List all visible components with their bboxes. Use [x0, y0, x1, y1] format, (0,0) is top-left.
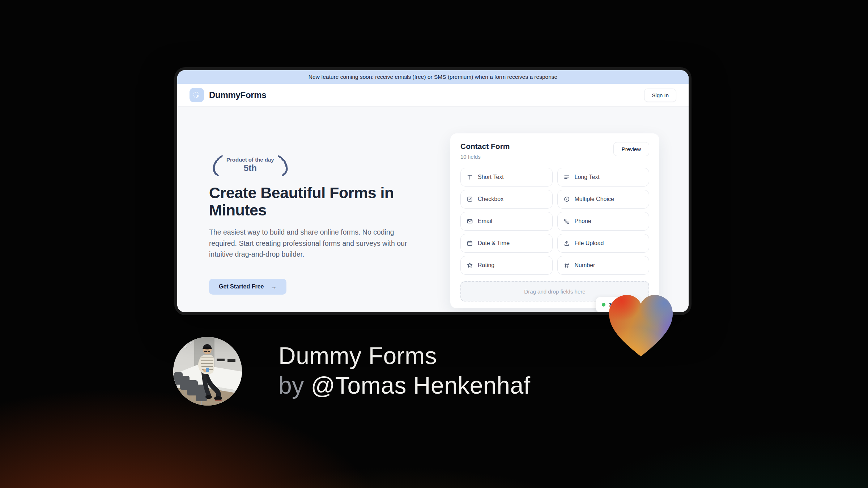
long-text-icon	[563, 174, 570, 181]
product-of-the-day-badge: Product of the day 5th	[209, 154, 292, 176]
field-button[interactable]: Long Text	[557, 168, 650, 187]
arrow-right-icon: →	[270, 283, 277, 290]
field-button[interactable]: Multiple Choice	[557, 190, 650, 209]
brand-logo[interactable]	[190, 88, 204, 102]
avatar-photo-illustration	[173, 337, 242, 406]
checkbox-icon	[466, 196, 473, 203]
attribution-caption: Dummy Forms by @Tomas Henkenhaf	[278, 341, 531, 401]
date-time-icon	[466, 240, 473, 247]
get-started-label: Get Started Free	[219, 283, 264, 290]
file-upload-icon	[563, 240, 570, 247]
field-button[interactable]: Rating	[460, 256, 553, 275]
attribution-byline-prefix: by	[278, 372, 304, 399]
laurel-right-icon	[277, 154, 292, 176]
badge-title: Product of the day	[226, 157, 274, 163]
hero-heading: Create Beautiful Forms in Minutes	[209, 184, 418, 219]
drag-drop-text: Drag and drop fields here	[524, 288, 585, 295]
phone-icon	[563, 218, 570, 225]
field-button[interactable]: Short Text	[460, 168, 553, 187]
site-header: DummyForms Sign In	[177, 84, 689, 107]
hero-left-column: Product of the day 5th Create Beautif	[209, 154, 418, 295]
form-cursor-icon	[193, 91, 201, 99]
hero-section: Product of the day 5th Create Beautif	[177, 107, 689, 312]
green-dot-icon	[602, 303, 605, 307]
brand-name[interactable]: DummyForms	[209, 90, 266, 100]
form-title: Contact Form	[460, 142, 510, 151]
browser-mockup: New feature coming soon: receive emails …	[174, 67, 692, 315]
number-icon	[563, 262, 570, 269]
form-builder-card: Contact Form 10 fields Preview Short Tex…	[450, 133, 659, 308]
field-button[interactable]: Number	[557, 256, 650, 275]
sign-in-button[interactable]: Sign In	[644, 89, 676, 102]
short-text-icon	[466, 174, 473, 181]
form-field-count: 10 fields	[460, 154, 510, 160]
announcement-text: New feature coming soon: receive emails …	[309, 74, 557, 80]
field-button[interactable]: Date & Time	[460, 234, 553, 253]
field-button[interactable]: Phone	[557, 212, 650, 231]
announcement-banner: New feature coming soon: receive emails …	[177, 70, 689, 84]
hero-paragraph: The easiest way to build and share onlin…	[209, 227, 418, 260]
field-button[interactable]: File Upload	[557, 234, 650, 253]
field-button[interactable]: Email	[460, 212, 553, 231]
badge-rank: 5th	[226, 163, 274, 173]
field-type-grid: Short Text Long Text Checkbox Multiple C…	[460, 168, 649, 275]
multiple-choice-icon	[563, 196, 570, 203]
avatar	[173, 337, 242, 406]
attribution-title: Dummy Forms	[278, 341, 531, 371]
email-icon	[466, 218, 473, 225]
get-started-button[interactable]: Get Started Free →	[209, 279, 286, 295]
preview-button[interactable]: Preview	[613, 142, 649, 156]
attribution-handle: @Tomas Henkenhaf	[311, 372, 531, 399]
laurel-left-icon	[209, 154, 224, 176]
rating-icon	[466, 262, 473, 269]
field-button[interactable]: Checkbox	[460, 190, 553, 209]
